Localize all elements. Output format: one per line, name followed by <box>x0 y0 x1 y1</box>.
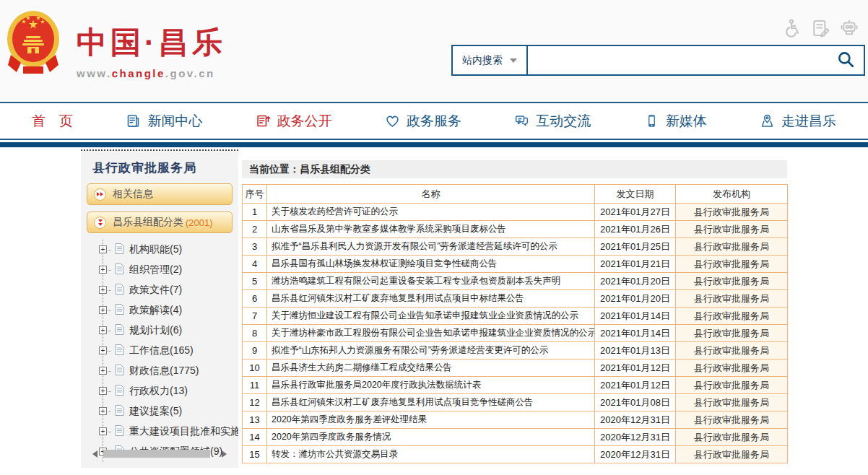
expand-plus-icon[interactable] <box>99 347 107 354</box>
search-scope-label: 站内搜索 <box>462 54 503 67</box>
site-header: 中国·昌乐 www.changle.gov.cn 站内搜索 <box>0 0 868 102</box>
tree-item-label: 政策文件(7) <box>129 284 182 297</box>
sidebar-section-button-1[interactable]: 相关信息 <box>87 183 233 205</box>
sidebar-title: 县行政审批服务局 <box>81 151 238 182</box>
document-icon <box>115 284 124 297</box>
publish-date: 2021年01月12日 <box>595 359 676 377</box>
accessibility-icon <box>781 18 802 40</box>
nav-item-5[interactable]: 互动交流 <box>514 112 591 131</box>
publish-date: 2021年01月08日 <box>595 394 676 411</box>
tree-item-2[interactable]: 组织管理(2) <box>103 260 238 280</box>
robot-button[interactable] <box>839 18 859 40</box>
tree-item-label: 行政权力(13) <box>129 385 188 398</box>
expand-plus-icon[interactable] <box>99 387 107 395</box>
publish-date: 2021年01月12日 <box>595 377 676 394</box>
document-link[interactable]: 2020年第四季度政务服务差评处理结果 <box>267 411 595 429</box>
tree-item-10[interactable]: 重大建设项目批准和实施领 <box>103 422 238 442</box>
national-emblem-icon <box>6 9 61 78</box>
publish-date: 2021年01月26日 <box>595 221 676 238</box>
sidebar-section-label: 相关信息 <box>113 188 153 201</box>
document-link[interactable]: 昌乐县济生大药房二期修缮工程成交结果公告 <box>267 359 595 377</box>
breadcrumb: 当前位置：昌乐县组配分类 <box>242 160 787 178</box>
publish-org: 县行政审批服务局 <box>676 325 788 342</box>
chat-icon <box>514 113 529 128</box>
document-link[interactable]: 关于潍坊恒业建设工程有限公司企业告知承诺申报建筑业企业资质情况的公示 <box>267 308 595 325</box>
nav-item-label: 新闻中心 <box>147 112 202 131</box>
nav-item-label: 新媒体 <box>666 112 707 131</box>
tree-item-7[interactable]: 财政信息(1775) <box>103 361 238 381</box>
document-link[interactable]: 拟准予“山东拓邦人力资源服务有限公司”劳务派遣经营变更许可的公示 <box>267 342 595 359</box>
search-button[interactable] <box>836 50 864 71</box>
search-bar: 站内搜索 <box>451 45 865 76</box>
nav-item-label: 政务服务 <box>407 112 461 131</box>
search-input[interactable] <box>528 46 836 74</box>
expand-plus-icon[interactable] <box>99 367 107 375</box>
sidebar-section-button-2[interactable]: 昌乐县组配分类(2001) <box>87 212 233 233</box>
double-arrow-right-icon <box>94 188 106 201</box>
tree-item-3[interactable]: 政策文件(7) <box>103 280 238 300</box>
expand-plus-icon[interactable] <box>99 407 107 415</box>
double-arrow-down-icon <box>94 217 106 229</box>
tree-item-6[interactable]: 工作信息(165) <box>103 341 238 361</box>
tree-item-5[interactable]: 规划计划(6) <box>103 321 238 341</box>
accessibility-button[interactable] <box>781 18 802 40</box>
document-link[interactable]: 山东省昌乐及第中学教室多媒体教学系统采购项目废标公告 <box>267 221 595 238</box>
nav-item-6[interactable]: 新媒体 <box>644 112 707 131</box>
row-number: 7 <box>243 308 267 325</box>
site-url: www.changle.gov.cn <box>77 67 226 79</box>
site-url-name: changle <box>112 67 165 79</box>
scroll-left-arrow-icon[interactable] <box>92 450 97 458</box>
nav-item-label: 政务公开 <box>277 112 332 131</box>
search-input-wrap <box>528 45 865 76</box>
site-logo[interactable]: 中国·昌乐 www.changle.gov.cn <box>6 9 226 79</box>
document-link[interactable]: 关于核发农药经营许可证的公示 <box>267 204 595 221</box>
expand-plus-icon[interactable] <box>99 266 107 274</box>
row-number: 12 <box>243 394 267 411</box>
table-row: 8关于潍坊梓豪市政工程股份有限公司企业告知承诺申报建筑业企业资质情况的公示202… <box>243 325 788 342</box>
tree-item-1[interactable]: 机构职能(5) <box>103 240 238 260</box>
document-link[interactable]: 昌乐县国有孤山林场换发林权证测绘项目竞争性磋商公告 <box>267 256 595 273</box>
suggestion-edit-icon <box>810 18 830 40</box>
search-scope-dropdown[interactable]: 站内搜索 <box>451 45 528 76</box>
row-number: 6 <box>243 290 267 308</box>
table-row: 12昌乐县红河镇朱汉村工矿废弃地复垦利用试点项目竞争性磋商公告2021年01月0… <box>243 394 788 411</box>
tree-item-8[interactable]: 行政权力(13) <box>103 381 238 401</box>
category-tree: 机构职能(5)组织管理(2)政策文件(7)政策解读(4)规划计划(6)工作信息(… <box>103 240 238 462</box>
table-row: 6昌乐县红河镇朱汉村工矿废弃地复垦利用试点项目中标结果公告2021年01月20日… <box>243 290 788 308</box>
document-icon <box>115 385 124 398</box>
sidebar-section-label: 昌乐县组配分类 <box>113 216 183 229</box>
document-link[interactable]: 转发：潍坊市公共资源交易目录 <box>267 446 595 463</box>
tree-item-4[interactable]: 政策解读(4) <box>103 300 238 321</box>
publish-org: 县行政审批服务局 <box>676 359 788 377</box>
nav-divider <box>0 139 868 147</box>
suggestion-edit-button[interactable] <box>810 18 830 40</box>
table-header-row: 序号名称发文日期发布机构 <box>243 185 788 204</box>
tree-item-label: 工作信息(165) <box>129 344 194 357</box>
tree-item-9[interactable]: 建议提案(5) <box>103 401 238 422</box>
scroll-thumb[interactable] <box>103 450 210 458</box>
document-link[interactable]: 昌乐县红河镇朱汉村工矿废弃地复垦利用试点项目中标结果公告 <box>267 290 595 308</box>
nav-item-4[interactable]: 政务服务 <box>385 112 461 131</box>
nav-item-3[interactable]: 政务公开 <box>256 112 332 131</box>
document-link[interactable]: 拟准予“昌乐县利民人力资源开发有限公司”劳务派遣经营延续许可的公示 <box>267 238 595 256</box>
expand-plus-icon[interactable] <box>99 306 107 314</box>
nav-item-7[interactable]: 走进昌乐 <box>760 112 836 131</box>
document-link[interactable]: 昌乐县行政审批服务局2020年度行政执法数据统计表 <box>267 377 595 394</box>
document-link[interactable]: 潍坊浩鸣建筑工程有限公司起重设备安装工程专业承包资质副本丢失声明 <box>267 273 595 290</box>
table-row: 3拟准予“昌乐县利民人力资源开发有限公司”劳务派遣经营延续许可的公示2021年0… <box>243 238 788 256</box>
expand-plus-icon[interactable] <box>99 427 107 435</box>
nav-item-2[interactable]: 新闻中心 <box>126 112 202 131</box>
nav-item-1[interactable]: 首 页 <box>32 112 73 131</box>
page: 中国·昌乐 www.changle.gov.cn 站内搜索 <box>0 0 868 475</box>
document-link[interactable]: 关于潍坊梓豪市政工程股份有限公司企业告知承诺申报建筑业企业资质情况的公示 <box>267 325 595 342</box>
expand-plus-icon[interactable] <box>99 326 107 334</box>
document-link[interactable]: 昌乐县红河镇朱汉村工矿废弃地复垦利用试点项目竞争性磋商公告 <box>267 394 595 411</box>
document-link[interactable]: 2020年第四季度政务服务情况 <box>267 429 595 446</box>
expand-plus-icon[interactable] <box>99 245 107 253</box>
table-row: 7关于潍坊恒业建设工程有限公司企业告知承诺申报建筑业企业资质情况的公示2021年… <box>243 308 788 325</box>
expand-plus-icon[interactable] <box>99 286 107 294</box>
publish-date: 2021年01月20日 <box>595 273 676 290</box>
tree-item-label: 政策解读(4) <box>129 304 182 317</box>
scroll-right-arrow-icon[interactable] <box>222 450 227 458</box>
row-number: 4 <box>243 256 267 273</box>
